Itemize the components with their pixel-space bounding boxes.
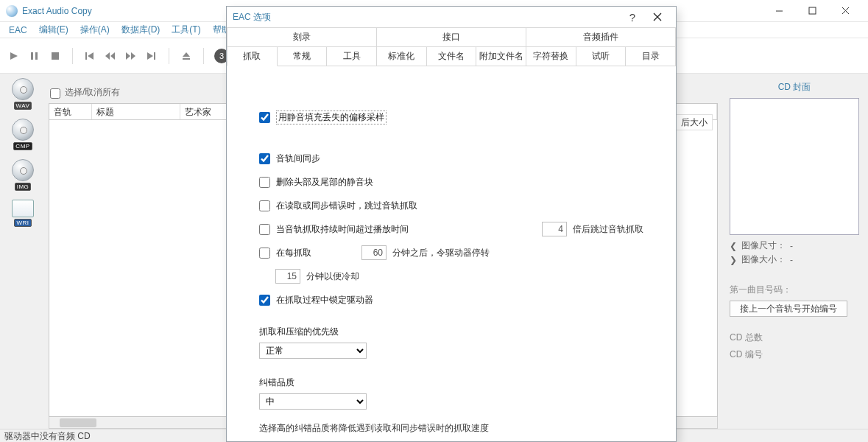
lbl-trim-silence: 删除头部及尾部的静音块 [276,176,373,189]
skip-fwd-icon[interactable] [145,49,158,63]
dialog-body: 用静音填充丢失的偏移采样 音轨间同步 删除头部及尾部的静音块 在读取或同步错误时… [227,66,676,442]
svg-rect-14 [183,58,190,60]
priority-label: 抓取和压缩的优先级 [259,326,643,338]
tab-directory[interactable]: 目录 [626,47,676,66]
chk-fill-silence[interactable] [259,112,270,123]
dialog-titlebar: EAC 选项 ? [227,7,676,27]
menu-tools[interactable]: 工具(T) [166,22,206,38]
tab-tools[interactable]: 工具 [327,47,377,66]
chk-trim-silence[interactable] [259,177,270,188]
svg-marker-7 [105,52,110,60]
tab-preview[interactable]: 试听 [576,47,627,66]
col-last-size[interactable]: 后大小 [677,114,713,130]
dialog-tabs: 刻录 接口 音频插件 抓取 常规 工具 标准化 文件名 附加文件名 字符替换 试… [227,27,676,66]
col-track[interactable]: 音轨 [49,104,92,119]
menu-action[interactable]: 操作(A) [74,22,116,38]
options-dialog: EAC 选项 ? 刻录 接口 音频插件 抓取 常规 工具 标准化 文件名 附加文… [226,6,677,442]
play-icon[interactable] [7,49,21,63]
right-panel: CD 封面 ❮图像尺寸：- ❯图像大小：- 第一曲目号码： 接上一个音轨号开始编… [721,74,868,429]
svg-rect-2 [31,52,33,60]
rail-wav[interactable]: WAV [3,78,43,110]
chk-lock-drive[interactable] [259,295,270,306]
svg-rect-4 [52,52,59,60]
lbl-per-extract-mid: 分钟之后，令驱动器停转 [392,247,490,259]
svg-marker-6 [88,52,93,60]
dialog-close-button[interactable] [645,7,670,27]
select-all-checkbox[interactable] [50,88,60,99]
svg-marker-13 [183,52,190,57]
img-dim-label: 图像尺寸： [741,239,786,252]
maximize-button[interactable] [796,0,829,22]
input-cooldown-minutes[interactable] [275,269,300,284]
cover-art-box [730,98,859,235]
tab-burn[interactable]: 刻录 [227,27,377,47]
svg-rect-12 [154,52,155,60]
cd-total-label: CD 总数 [730,332,763,344]
left-rail: WAV CMP IMG WRI [0,74,46,429]
quality-select[interactable]: 中 [259,393,367,410]
img-size-label: 图像大小： [741,253,786,266]
menu-database[interactable]: 数据库(D) [116,22,166,38]
tab-filename[interactable]: 文件名 [427,47,477,66]
svg-marker-8 [110,52,115,60]
next-art-icon[interactable]: ❯ [730,255,737,265]
lbl-fill-silence: 用静音填充丢失的偏移采样 [276,110,387,124]
tab-additional-filename[interactable]: 附加文件名 [476,47,526,66]
cover-title: CD 封面 [730,81,859,94]
menu-eac[interactable]: EAC [3,24,33,37]
input-overtime-multiplier[interactable] [542,222,567,236]
svg-rect-0 [809,7,816,14]
quality-hint: 选择高的纠错品质将降低遇到读取和同步错误时的抓取速度 [259,421,489,435]
svg-rect-5 [85,52,87,60]
lbl-lock-drive: 在抓取过程中锁定驱动器 [276,294,373,306]
close-button[interactable] [829,0,862,22]
help-button[interactable]: ? [620,7,645,27]
tab-normalize[interactable]: 标准化 [377,47,427,66]
skip-back-icon[interactable] [83,49,96,63]
quality-label: 纠错品质 [259,376,367,389]
minimize-button[interactable] [763,0,796,22]
chk-overtime[interactable] [259,224,270,235]
chk-per-extract[interactable] [259,248,270,259]
rail-cmp[interactable]: CMP [3,119,43,150]
svg-marker-11 [147,52,153,60]
app-icon [6,5,18,17]
tab-extract[interactable]: 抓取 [227,47,278,66]
lbl-skip-on-error: 在读取或同步错误时，跳过音轨抓取 [276,200,417,212]
svg-rect-3 [35,52,38,60]
lbl-overtime-suffix: 倍后跳过音轨抓取 [573,223,643,236]
tab-general[interactable]: 常规 [278,47,328,66]
lbl-per-extract-prefix: 在每抓取 [276,247,311,259]
rewind-icon[interactable] [104,49,117,63]
first-track-label: 第一曲目号码： [730,284,859,296]
chk-sync-tracks[interactable] [259,153,270,164]
select-all-label: 选择/取消所有 [65,86,120,99]
lbl-sync-tracks: 音轨间同步 [276,152,320,165]
priority-select[interactable]: 正常 [259,343,367,359]
cd-no-label: CD 编号 [730,348,763,361]
tab-char-replace[interactable]: 字符替换 [526,47,576,66]
svg-marker-9 [126,52,130,60]
chk-skip-on-error[interactable] [259,200,270,211]
forward-icon[interactable] [124,49,138,63]
pause-icon[interactable] [28,49,41,63]
continue-numbering-button[interactable]: 接上一个音轨号开始编号 [730,301,847,317]
prev-art-icon[interactable]: ❮ [730,241,737,251]
tab-interface[interactable]: 接口 [377,27,526,47]
stop-icon[interactable] [49,49,62,63]
tab-audio-plugin[interactable]: 音频插件 [526,27,676,47]
lbl-overtime-prefix: 当音轨抓取持续时间超过播放时间 [276,223,409,236]
lbl-cooldown-suffix: 分钟以便冷却 [306,270,359,283]
svg-marker-1 [10,52,18,60]
menu-edit[interactable]: 编辑(E) [33,22,74,38]
dialog-title: EAC 选项 [233,11,620,24]
rail-img[interactable]: IMG [3,159,43,191]
eject-icon[interactable] [180,49,193,63]
svg-marker-10 [131,52,135,60]
col-title[interactable]: 标题 [92,104,180,119]
input-per-extract-minutes[interactable] [361,245,387,260]
rail-wri[interactable]: WRI [3,200,43,227]
